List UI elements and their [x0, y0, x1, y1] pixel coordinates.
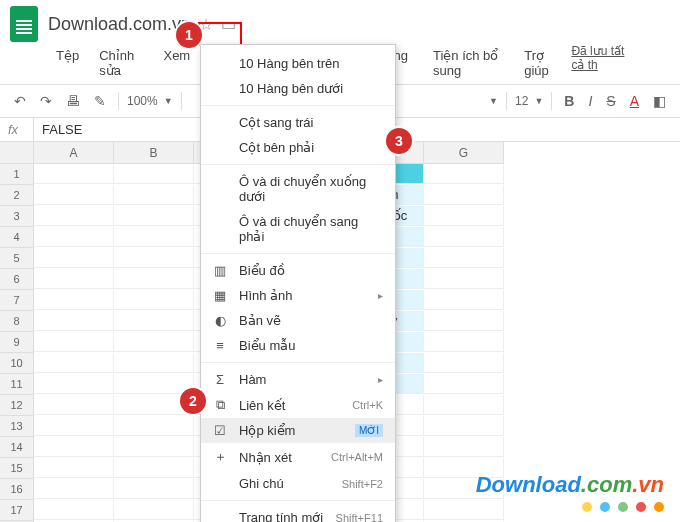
menu-link[interactable]: ⧉Liên kếtCtrl+K: [201, 392, 395, 418]
cell[interactable]: [34, 458, 114, 478]
cell[interactable]: [114, 290, 194, 310]
select-all-corner[interactable]: [0, 142, 34, 164]
cell[interactable]: [34, 437, 114, 457]
cell[interactable]: [34, 206, 114, 226]
cell[interactable]: [114, 353, 194, 373]
col-header[interactable]: B: [114, 142, 194, 164]
row-header[interactable]: 5: [0, 248, 34, 269]
font-size[interactable]: 12: [515, 94, 528, 108]
cell[interactable]: [114, 332, 194, 352]
cell[interactable]: [34, 248, 114, 268]
row-header[interactable]: 12: [0, 395, 34, 416]
paint-icon[interactable]: ✎: [90, 91, 110, 111]
cell[interactable]: [34, 311, 114, 331]
cell[interactable]: [424, 185, 504, 205]
row-header[interactable]: 13: [0, 416, 34, 437]
row-header[interactable]: 1: [0, 164, 34, 185]
text-color-button[interactable]: A: [626, 91, 643, 111]
cell[interactable]: [114, 500, 194, 520]
cell[interactable]: [34, 416, 114, 436]
menu-form[interactable]: ≡Biểu mẫu: [201, 333, 395, 358]
cell[interactable]: [114, 311, 194, 331]
cell[interactable]: [424, 227, 504, 247]
row-header[interactable]: 15: [0, 458, 34, 479]
menu-col-left[interactable]: Cột sang trái: [201, 110, 395, 135]
cell[interactable]: [424, 164, 504, 184]
undo-icon[interactable]: ↶: [10, 91, 30, 111]
italic-button[interactable]: I: [584, 91, 596, 111]
zoom-select[interactable]: 100%: [127, 94, 158, 108]
menu-drawing[interactable]: ◐Bản vẽ: [201, 308, 395, 333]
cell[interactable]: [34, 374, 114, 394]
print-icon[interactable]: 🖶: [62, 91, 84, 111]
row-header[interactable]: 9: [0, 332, 34, 353]
cell[interactable]: [114, 458, 194, 478]
menu-rows-above[interactable]: 10 Hàng bên trên: [201, 51, 395, 76]
cell[interactable]: [424, 332, 504, 352]
cell[interactable]: [34, 332, 114, 352]
cell[interactable]: [114, 374, 194, 394]
row-header[interactable]: 10: [0, 353, 34, 374]
formula-bar[interactable]: FALSE: [34, 118, 90, 141]
cell[interactable]: [34, 185, 114, 205]
menu-image[interactable]: ▦Hình ảnh▸: [201, 283, 395, 308]
row-header[interactable]: 17: [0, 500, 34, 521]
menu-view[interactable]: Xem: [155, 44, 198, 82]
cell[interactable]: [114, 206, 194, 226]
row-header[interactable]: 6: [0, 269, 34, 290]
cell[interactable]: [424, 269, 504, 289]
cell[interactable]: [424, 353, 504, 373]
row-header[interactable]: 2: [0, 185, 34, 206]
menu-addons[interactable]: Tiện ích bổ sung: [425, 44, 512, 82]
save-status[interactable]: Đã lưu tất cả th: [571, 44, 632, 82]
menu-shift-right[interactable]: Ô và di chuyển sang phải: [201, 209, 395, 249]
cell[interactable]: [114, 416, 194, 436]
cell[interactable]: [424, 437, 504, 457]
strike-button[interactable]: S: [602, 91, 619, 111]
col-header[interactable]: G: [424, 142, 504, 164]
menu-comment[interactable]: ＋Nhận xétCtrl+Alt+M: [201, 443, 395, 471]
cell[interactable]: [114, 269, 194, 289]
menu-file[interactable]: Tệp: [48, 44, 87, 82]
menu-note[interactable]: Ghi chúShift+F2: [201, 471, 395, 496]
bold-button[interactable]: B: [560, 91, 578, 111]
cell[interactable]: [114, 248, 194, 268]
menu-function[interactable]: ΣHàm▸: [201, 367, 395, 392]
cell[interactable]: [424, 374, 504, 394]
doc-title[interactable]: Download.com.vn: [48, 14, 191, 35]
redo-icon[interactable]: ↷: [36, 91, 56, 111]
cell[interactable]: [34, 353, 114, 373]
cell[interactable]: [114, 227, 194, 247]
row-header[interactable]: 14: [0, 437, 34, 458]
row-header[interactable]: 8: [0, 311, 34, 332]
cell[interactable]: [424, 206, 504, 226]
cell[interactable]: [34, 395, 114, 415]
sheets-logo[interactable]: [10, 6, 38, 42]
cell[interactable]: [114, 437, 194, 457]
folder-icon[interactable]: ▭: [221, 15, 236, 34]
menu-shift-down[interactable]: Ô và di chuyển xuống dưới: [201, 169, 395, 209]
cell[interactable]: [34, 500, 114, 520]
menu-help[interactable]: Trợ giúp: [516, 44, 567, 82]
row-header[interactable]: 11: [0, 374, 34, 395]
cell[interactable]: [424, 311, 504, 331]
row-header[interactable]: 3: [0, 206, 34, 227]
row-header[interactable]: 4: [0, 227, 34, 248]
cell[interactable]: [114, 479, 194, 499]
cell[interactable]: [424, 416, 504, 436]
menu-new-sheet[interactable]: Trang tính mớiShift+F11: [201, 505, 395, 522]
menu-col-right[interactable]: Cột bên phải: [201, 135, 395, 160]
menu-chart[interactable]: ▥Biểu đồ: [201, 258, 395, 283]
cell[interactable]: [424, 248, 504, 268]
menu-rows-below[interactable]: 10 Hàng bên dưới: [201, 76, 395, 101]
cell[interactable]: [34, 290, 114, 310]
cell[interactable]: [424, 290, 504, 310]
row-header[interactable]: 7: [0, 290, 34, 311]
col-header[interactable]: A: [34, 142, 114, 164]
cell[interactable]: [34, 227, 114, 247]
menu-checkbox[interactable]: ☑Hộp kiểmMỚI: [201, 418, 395, 443]
cell[interactable]: [114, 164, 194, 184]
cell[interactable]: [34, 164, 114, 184]
menu-edit[interactable]: Chỉnh sửa: [91, 44, 151, 82]
cell[interactable]: [114, 185, 194, 205]
